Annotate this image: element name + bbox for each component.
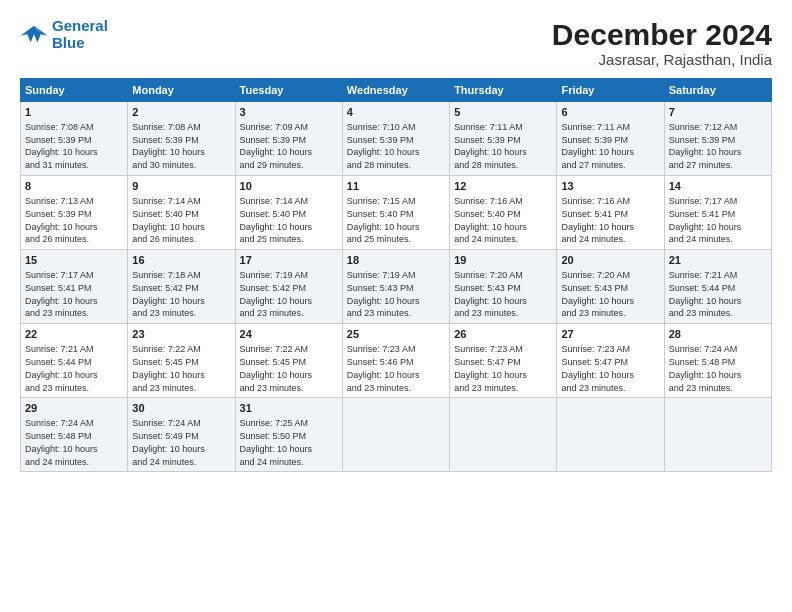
day-info: Sunrise: 7:19 AMSunset: 5:43 PMDaylight:… <box>347 270 420 318</box>
calendar-cell: 24Sunrise: 7:22 AMSunset: 5:45 PMDayligh… <box>235 324 342 398</box>
day-info: Sunrise: 7:12 AMSunset: 5:39 PMDaylight:… <box>669 122 742 170</box>
day-info: Sunrise: 7:21 AMSunset: 5:44 PMDaylight:… <box>669 270 742 318</box>
day-number: 2 <box>132 105 230 120</box>
col-monday: Monday <box>128 79 235 102</box>
calendar-cell: 21Sunrise: 7:21 AMSunset: 5:44 PMDayligh… <box>664 250 771 324</box>
calendar-cell <box>557 398 664 472</box>
calendar-cell: 1Sunrise: 7:08 AMSunset: 5:39 PMDaylight… <box>21 102 128 176</box>
day-number: 13 <box>561 179 659 194</box>
calendar-cell: 10Sunrise: 7:14 AMSunset: 5:40 PMDayligh… <box>235 176 342 250</box>
day-info: Sunrise: 7:23 AMSunset: 5:47 PMDaylight:… <box>561 344 634 392</box>
day-number: 9 <box>132 179 230 194</box>
calendar-cell: 16Sunrise: 7:18 AMSunset: 5:42 PMDayligh… <box>128 250 235 324</box>
header: General Blue December 2024 Jasrasar, Raj… <box>20 18 772 68</box>
col-thursday: Thursday <box>450 79 557 102</box>
day-info: Sunrise: 7:16 AMSunset: 5:40 PMDaylight:… <box>454 196 527 244</box>
day-number: 15 <box>25 253 123 268</box>
col-saturday: Saturday <box>664 79 771 102</box>
calendar-cell <box>450 398 557 472</box>
calendar-cell: 9Sunrise: 7:14 AMSunset: 5:40 PMDaylight… <box>128 176 235 250</box>
col-friday: Friday <box>557 79 664 102</box>
title-block: December 2024 Jasrasar, Rajasthan, India <box>552 18 772 68</box>
logo-line1: General <box>52 17 108 34</box>
day-info: Sunrise: 7:19 AMSunset: 5:42 PMDaylight:… <box>240 270 313 318</box>
sub-title: Jasrasar, Rajasthan, India <box>552 51 772 68</box>
day-info: Sunrise: 7:15 AMSunset: 5:40 PMDaylight:… <box>347 196 420 244</box>
calendar-cell: 18Sunrise: 7:19 AMSunset: 5:43 PMDayligh… <box>342 250 449 324</box>
day-number: 3 <box>240 105 338 120</box>
calendar-cell: 17Sunrise: 7:19 AMSunset: 5:42 PMDayligh… <box>235 250 342 324</box>
day-info: Sunrise: 7:10 AMSunset: 5:39 PMDaylight:… <box>347 122 420 170</box>
day-number: 23 <box>132 327 230 342</box>
day-number: 26 <box>454 327 552 342</box>
day-number: 17 <box>240 253 338 268</box>
calendar-cell: 5Sunrise: 7:11 AMSunset: 5:39 PMDaylight… <box>450 102 557 176</box>
calendar-cell: 8Sunrise: 7:13 AMSunset: 5:39 PMDaylight… <box>21 176 128 250</box>
calendar-cell: 13Sunrise: 7:16 AMSunset: 5:41 PMDayligh… <box>557 176 664 250</box>
day-number: 24 <box>240 327 338 342</box>
day-number: 12 <box>454 179 552 194</box>
logo-line2: Blue <box>52 34 85 51</box>
day-number: 7 <box>669 105 767 120</box>
day-number: 6 <box>561 105 659 120</box>
page: General Blue December 2024 Jasrasar, Raj… <box>0 0 792 612</box>
logo-text: General Blue <box>52 18 108 51</box>
logo-bird-icon <box>20 24 48 46</box>
day-info: Sunrise: 7:24 AMSunset: 5:48 PMDaylight:… <box>669 344 742 392</box>
col-wednesday: Wednesday <box>342 79 449 102</box>
day-info: Sunrise: 7:14 AMSunset: 5:40 PMDaylight:… <box>132 196 205 244</box>
day-number: 4 <box>347 105 445 120</box>
calendar-cell: 22Sunrise: 7:21 AMSunset: 5:44 PMDayligh… <box>21 324 128 398</box>
calendar-cell: 6Sunrise: 7:11 AMSunset: 5:39 PMDaylight… <box>557 102 664 176</box>
day-info: Sunrise: 7:22 AMSunset: 5:45 PMDaylight:… <box>132 344 205 392</box>
day-number: 31 <box>240 401 338 416</box>
day-info: Sunrise: 7:16 AMSunset: 5:41 PMDaylight:… <box>561 196 634 244</box>
calendar-row: 22Sunrise: 7:21 AMSunset: 5:44 PMDayligh… <box>21 324 772 398</box>
calendar-row: 1Sunrise: 7:08 AMSunset: 5:39 PMDaylight… <box>21 102 772 176</box>
calendar-cell: 14Sunrise: 7:17 AMSunset: 5:41 PMDayligh… <box>664 176 771 250</box>
calendar-cell: 31Sunrise: 7:25 AMSunset: 5:50 PMDayligh… <box>235 398 342 472</box>
calendar-cell: 19Sunrise: 7:20 AMSunset: 5:43 PMDayligh… <box>450 250 557 324</box>
day-number: 30 <box>132 401 230 416</box>
day-info: Sunrise: 7:11 AMSunset: 5:39 PMDaylight:… <box>561 122 634 170</box>
day-number: 11 <box>347 179 445 194</box>
day-info: Sunrise: 7:23 AMSunset: 5:47 PMDaylight:… <box>454 344 527 392</box>
day-number: 10 <box>240 179 338 194</box>
day-number: 16 <box>132 253 230 268</box>
day-number: 18 <box>347 253 445 268</box>
calendar-row: 15Sunrise: 7:17 AMSunset: 5:41 PMDayligh… <box>21 250 772 324</box>
day-number: 27 <box>561 327 659 342</box>
calendar-cell: 3Sunrise: 7:09 AMSunset: 5:39 PMDaylight… <box>235 102 342 176</box>
day-number: 8 <box>25 179 123 194</box>
calendar-cell: 15Sunrise: 7:17 AMSunset: 5:41 PMDayligh… <box>21 250 128 324</box>
calendar-cell: 27Sunrise: 7:23 AMSunset: 5:47 PMDayligh… <box>557 324 664 398</box>
day-number: 29 <box>25 401 123 416</box>
calendar-cell: 30Sunrise: 7:24 AMSunset: 5:49 PMDayligh… <box>128 398 235 472</box>
day-number: 1 <box>25 105 123 120</box>
day-info: Sunrise: 7:08 AMSunset: 5:39 PMDaylight:… <box>25 122 98 170</box>
calendar-cell: 11Sunrise: 7:15 AMSunset: 5:40 PMDayligh… <box>342 176 449 250</box>
day-number: 19 <box>454 253 552 268</box>
day-info: Sunrise: 7:14 AMSunset: 5:40 PMDaylight:… <box>240 196 313 244</box>
day-info: Sunrise: 7:20 AMSunset: 5:43 PMDaylight:… <box>561 270 634 318</box>
calendar-cell: 4Sunrise: 7:10 AMSunset: 5:39 PMDaylight… <box>342 102 449 176</box>
day-info: Sunrise: 7:24 AMSunset: 5:48 PMDaylight:… <box>25 418 98 466</box>
calendar-cell: 26Sunrise: 7:23 AMSunset: 5:47 PMDayligh… <box>450 324 557 398</box>
calendar-cell <box>664 398 771 472</box>
day-number: 22 <box>25 327 123 342</box>
calendar-row: 29Sunrise: 7:24 AMSunset: 5:48 PMDayligh… <box>21 398 772 472</box>
main-title: December 2024 <box>552 18 772 51</box>
day-number: 28 <box>669 327 767 342</box>
day-info: Sunrise: 7:11 AMSunset: 5:39 PMDaylight:… <box>454 122 527 170</box>
day-info: Sunrise: 7:20 AMSunset: 5:43 PMDaylight:… <box>454 270 527 318</box>
day-info: Sunrise: 7:08 AMSunset: 5:39 PMDaylight:… <box>132 122 205 170</box>
calendar-cell: 23Sunrise: 7:22 AMSunset: 5:45 PMDayligh… <box>128 324 235 398</box>
day-info: Sunrise: 7:18 AMSunset: 5:42 PMDaylight:… <box>132 270 205 318</box>
day-info: Sunrise: 7:23 AMSunset: 5:46 PMDaylight:… <box>347 344 420 392</box>
day-number: 14 <box>669 179 767 194</box>
col-tuesday: Tuesday <box>235 79 342 102</box>
calendar-cell: 29Sunrise: 7:24 AMSunset: 5:48 PMDayligh… <box>21 398 128 472</box>
calendar-table: Sunday Monday Tuesday Wednesday Thursday… <box>20 78 772 472</box>
day-number: 25 <box>347 327 445 342</box>
calendar-cell: 20Sunrise: 7:20 AMSunset: 5:43 PMDayligh… <box>557 250 664 324</box>
